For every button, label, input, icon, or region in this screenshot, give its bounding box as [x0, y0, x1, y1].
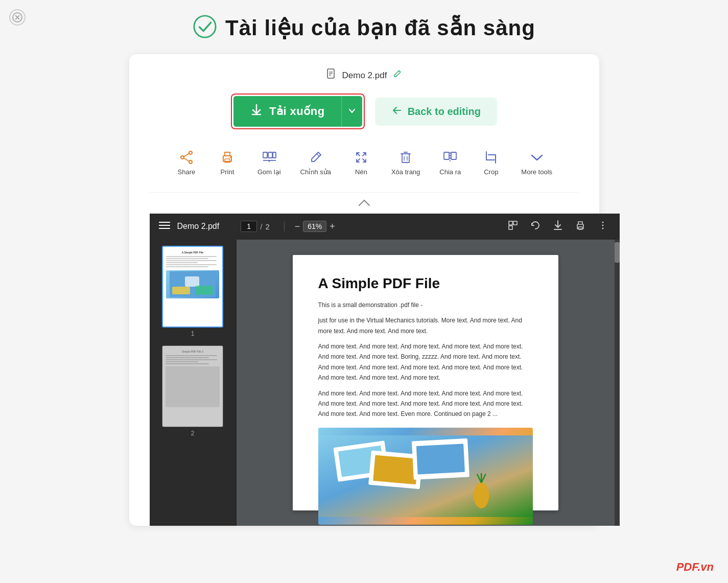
- svg-point-53: [602, 227, 603, 229]
- svg-point-51: [602, 221, 603, 223]
- crop-icon: [483, 150, 499, 165]
- svg-point-3: [194, 16, 216, 37]
- page-separator: /: [260, 222, 262, 231]
- pdf-main-content[interactable]: A Simple PDF File This is a small demons…: [237, 240, 615, 526]
- tool-more[interactable]: More tools: [514, 145, 559, 182]
- viewer-print-icon[interactable]: [573, 219, 588, 235]
- split-icon: [442, 150, 458, 165]
- delete-label: Xóa trang: [391, 168, 420, 177]
- back-to-editing-button[interactable]: Back to editing: [375, 98, 497, 126]
- thumb-page-2: Simple PDF File 2: [162, 345, 223, 427]
- current-page-input[interactable]: 1: [241, 221, 257, 232]
- viewer-toolbar: Demo 2.pdf 1 / 2 − 61% +: [150, 214, 620, 240]
- back-label: Back to editing: [408, 106, 481, 118]
- tool-share[interactable]: Share: [169, 145, 204, 182]
- svg-rect-21: [273, 152, 276, 158]
- share-label: Share: [178, 168, 196, 177]
- thumbnail-page-2[interactable]: Simple PDF File 2: [162, 345, 223, 437]
- toolbar-divider: [284, 221, 285, 231]
- total-pages: 2: [265, 222, 269, 231]
- svg-point-11: [189, 151, 192, 154]
- svg-rect-56: [172, 287, 190, 294]
- watermark: PDF.vn: [676, 561, 714, 574]
- merge-icon: [262, 150, 277, 165]
- thumb-1-num: 1: [191, 330, 195, 337]
- pdf-image: [318, 428, 533, 525]
- collapse-row: [150, 193, 579, 214]
- svg-rect-55: [185, 276, 199, 287]
- edit-tool-icon: [308, 150, 323, 165]
- filename-row: Demo 2.pdf: [150, 68, 579, 82]
- svg-rect-20: [268, 152, 272, 158]
- edit-filename-icon[interactable]: [392, 69, 402, 82]
- svg-rect-45: [509, 226, 512, 229]
- print-label: Print: [221, 168, 234, 177]
- viewer-more-icon[interactable]: [595, 219, 610, 235]
- more-tools-label: More tools: [521, 168, 552, 177]
- tool-delete[interactable]: Xóa trang: [384, 145, 427, 182]
- hamburger-icon[interactable]: [159, 221, 170, 232]
- main-card: Demo 2.pdf Tải xuống: [129, 54, 599, 526]
- pdf-title: A Simple PDF File: [318, 275, 533, 292]
- svg-point-65: [474, 482, 489, 508]
- svg-point-13: [189, 160, 192, 164]
- svg-rect-19: [263, 152, 267, 158]
- tools-row: Share Print: [150, 145, 579, 193]
- tool-edit[interactable]: Chỉnh sửa: [293, 145, 338, 182]
- svg-rect-50: [583, 225, 584, 226]
- action-buttons-row: Tải xuống Back to editing: [150, 94, 579, 129]
- pdf-para3: And more text. And more text. And more t…: [318, 341, 533, 383]
- scrollbar-thumb[interactable]: [615, 242, 620, 263]
- download-button[interactable]: Tải xuống: [233, 96, 341, 127]
- viewer-download-icon[interactable]: [550, 219, 566, 235]
- thumbnail-page-1[interactable]: A Simple PDF File: [162, 246, 223, 337]
- svg-rect-28: [402, 154, 409, 162]
- delete-icon: [398, 150, 413, 165]
- tool-print[interactable]: Print: [209, 145, 245, 182]
- svg-rect-43: [509, 221, 512, 225]
- edit-label: Chỉnh sửa: [300, 168, 331, 177]
- collapse-icon[interactable]: [358, 198, 370, 209]
- download-btn-wrapper: Tải xuống: [231, 94, 365, 129]
- tool-merge[interactable]: Gom lại: [250, 145, 288, 182]
- pdf-page: A Simple PDF File This is a small demons…: [293, 255, 558, 510]
- thumb-2-title: Simple PDF File 2: [166, 350, 220, 353]
- svg-rect-64: [416, 444, 464, 474]
- zoom-level[interactable]: 61%: [303, 221, 326, 232]
- scrollbar[interactable]: [615, 240, 620, 526]
- download-arrow-icon: [250, 103, 263, 120]
- svg-rect-18: [230, 157, 231, 158]
- svg-rect-57: [195, 286, 213, 295]
- svg-point-52: [602, 224, 603, 226]
- rotate-icon[interactable]: [528, 219, 543, 235]
- zoom-section: − 61% +: [295, 221, 335, 232]
- svg-rect-34: [451, 152, 456, 159]
- merge-label: Gom lại: [257, 168, 281, 177]
- check-circle-icon: [193, 14, 217, 41]
- crop-label: Crop: [484, 168, 498, 177]
- download-label: Tải xuống: [269, 105, 325, 118]
- viewer-filename: Demo 2.pdf: [177, 222, 220, 231]
- file-pdf-icon: [326, 68, 337, 82]
- close-button[interactable]: [9, 9, 26, 26]
- page-navigation: 1 / 2: [241, 221, 270, 232]
- tool-crop[interactable]: Crop: [473, 145, 509, 182]
- pdf-para4: And more text. And more text. And more t…: [318, 388, 533, 419]
- pdf-viewer: Demo 2.pdf 1 / 2 − 61% +: [150, 214, 620, 526]
- compress-icon: [354, 150, 369, 165]
- filename-text: Demo 2.pdf: [342, 71, 387, 81]
- thumb-page-1: A Simple PDF File: [162, 246, 223, 328]
- zoom-out-button[interactable]: −: [295, 221, 300, 232]
- fit-page-icon[interactable]: [505, 219, 521, 235]
- svg-line-23: [317, 154, 319, 156]
- svg-rect-62: [373, 455, 418, 484]
- tool-split[interactable]: Chia ra: [432, 145, 468, 182]
- zoom-in-button[interactable]: +: [330, 221, 335, 232]
- more-chevron-icon: [529, 150, 545, 165]
- svg-rect-44: [513, 221, 517, 225]
- tool-compress[interactable]: Nén: [343, 145, 379, 182]
- download-dropdown-button[interactable]: [341, 96, 362, 127]
- compress-label: Nén: [355, 168, 367, 177]
- split-label: Chia ra: [439, 168, 461, 177]
- svg-line-15: [184, 158, 189, 161]
